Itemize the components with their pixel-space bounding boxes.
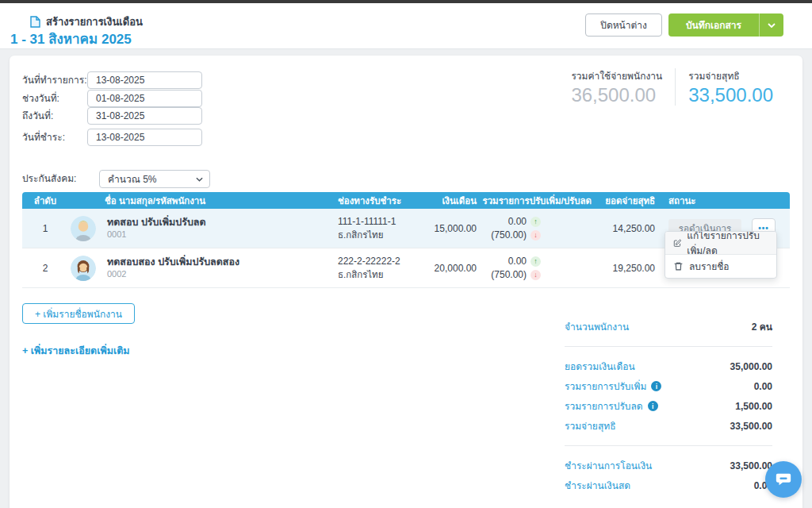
document-icon: [30, 16, 40, 28]
close-window-button[interactable]: ปิดหน้าต่าง: [585, 13, 662, 37]
employee-name-block: ทดสอบสอง ปรับเพิ่มปรับลดสอง 0002: [107, 256, 239, 280]
employee-cell: ทดสอบ ปรับเพิ่มปรับลด 0001: [68, 216, 338, 241]
summary-row-deductions: รวมรายการปรับลดi 1,500.00: [565, 396, 772, 416]
save-options-toggle[interactable]: [759, 13, 783, 37]
info-icon[interactable]: i: [651, 381, 661, 391]
add-details-link[interactable]: + เพิ่มรายละเอียดเพิ่มเติม: [22, 343, 130, 359]
adjustments-cell: 0.00↑ (750.00)↓: [477, 255, 592, 282]
salary-value: 15,000.00: [429, 223, 477, 234]
add-employee-button[interactable]: + เพิ่มรายชื่อพนักงาน: [22, 303, 135, 324]
decrease-value: (750.00): [491, 268, 527, 282]
total-expense-value: 36,500.00: [571, 85, 662, 106]
chevron-down-icon: [196, 177, 203, 182]
col-header-adjustments: รวมรายการปรับเพิ่ม/ปรับลด: [477, 194, 592, 208]
save-document-split-button[interactable]: บันทึกเอกสาร: [668, 13, 783, 37]
col-header-name: ชื่อ นามสกุล/รหัสพนักงาน: [68, 194, 338, 208]
arrow-up-icon: ↑: [530, 256, 541, 267]
edit-icon: [673, 238, 681, 248]
deductions-value: 1,500.00: [735, 401, 772, 412]
menu-item-label: ลบรายชื่อ: [689, 259, 730, 274]
payment-channel-cell: 222-2-22222-2 ธ.กสิกรไทย: [338, 255, 429, 281]
col-header-no: ลำดับ: [22, 194, 68, 208]
adjustments-cell: 0.00↑ (750.00)↓: [477, 215, 592, 242]
payment-channel-cell: 111-1-11111-1 ธ.กสิกรไทย: [338, 215, 429, 241]
social-security-value: คำนวณ 5%: [108, 171, 196, 187]
net-total-value: 33,500.00: [730, 421, 772, 432]
col-header-status: สถานะ: [655, 194, 790, 208]
row-actions-menu: แก้ไขรายการปรับเพิ่ม/ลด ลบรายชื่อ: [665, 231, 777, 279]
total-net-value: 33,500.00: [688, 85, 773, 106]
employee-name-block: ทดสอบ ปรับเพิ่มปรับลด 0001: [107, 216, 206, 241]
employee-code: 0001: [107, 229, 206, 241]
total-net-label: รวมจ่ายสุทธิ: [688, 68, 773, 83]
payment-date-label: วันที่ชำระ:: [22, 129, 65, 146]
salary-total-label: ยอดรวมเงินเดือน: [565, 359, 635, 374]
additions-label: รวมรายการปรับเพิ่มi: [565, 379, 661, 394]
summary-panel: จำนวนพนักงาน 2 คน ยอดรวมเงินเดือน 35,000…: [565, 316, 772, 495]
chevron-down-icon: [768, 23, 776, 28]
menu-item-label: แก้ไขรายการปรับเพิ่ม/ลด: [687, 231, 768, 258]
summary-row-net-total: รวมจ่ายสุทธิ 33,500.00: [565, 416, 772, 436]
chat-support-button[interactable]: [765, 461, 802, 498]
period-end-label: ถึงวันที่:: [22, 107, 53, 125]
col-header-salary: เงินเดือน: [429, 194, 477, 208]
employee-name: ทดสอบ ปรับเพิ่มปรับลด: [107, 216, 206, 229]
account-number: 222-2-22222-2: [338, 255, 429, 268]
header-bar: สร้างรายการเงินเดือน 1 - 31 สิงหาคม 2025…: [0, 3, 812, 49]
increase-value: 0.00: [508, 255, 527, 268]
increase-value: 0.00: [508, 215, 527, 229]
employee-count-row: จำนวนพนักงาน 2 คน: [565, 316, 772, 337]
col-header-channel: ช่องทางรับชำระ: [338, 194, 429, 208]
table-header-row: ลำดับ ชื่อ นามสกุล/รหัสพนักงาน ช่องทางรั…: [22, 192, 790, 209]
period-end-input[interactable]: [87, 107, 202, 125]
row-number: 2: [22, 263, 68, 274]
totals-header: รวมค่าใช้จ่ายพนักงาน 36,500.00 รวมจ่ายสุ…: [571, 68, 773, 106]
social-security-select[interactable]: คำนวณ 5%: [99, 170, 210, 188]
save-document-button[interactable]: บันทึกเอกสาร: [668, 13, 759, 37]
employee-cell: ทดสอบสอง ปรับเพิ่มปรับลดสอง 0002: [68, 256, 338, 281]
social-security-label: ประกันสังคม:: [22, 170, 76, 188]
col-header-net: ยอดจ่ายสุทธิ: [592, 194, 655, 208]
menu-item-edit-adjustments[interactable]: แก้ไขรายการปรับเพิ่ม/ลด: [665, 232, 776, 255]
employee-code: 0002: [107, 268, 239, 280]
bank-name: ธ.กสิกรไทย: [338, 268, 429, 281]
total-net-stat: รวมจ่ายสุทธิ 33,500.00: [688, 68, 773, 106]
transfer-payment-label: ชำระผ่านการโอนเงิน: [565, 458, 652, 473]
salary-total-value: 35,000.00: [730, 361, 772, 372]
decrease-value: (750.00): [491, 229, 527, 242]
payroll-card: วันที่ทำรายการ: ช่วงวันที่: ถึงวันที่: ว…: [10, 56, 802, 508]
arrow-up-icon: ↑: [530, 217, 541, 227]
employee-count-value: 2 คน: [752, 319, 772, 334]
employee-name: ทดสอบสอง ปรับเพิ่มปรับลดสอง: [107, 256, 239, 268]
female-avatar: [71, 256, 96, 281]
arrow-down-icon: ↓: [530, 270, 541, 280]
stats-divider: [675, 68, 676, 106]
period-start-input[interactable]: [87, 90, 202, 107]
payment-date-input[interactable]: [87, 129, 202, 146]
deductions-label: รวมรายการปรับลดi: [565, 398, 658, 414]
male-avatar: [71, 216, 96, 241]
transfer-payment-value: 33,500.00: [730, 460, 772, 471]
transaction-date-input[interactable]: [87, 71, 202, 89]
summary-divider: [565, 445, 772, 446]
additions-value: 0.00: [754, 381, 772, 392]
info-icon[interactable]: i: [648, 401, 658, 411]
employee-count-label: จำนวนพนักงาน: [565, 319, 629, 334]
salary-value: 20,000.00: [429, 263, 477, 274]
trash-icon: [673, 261, 684, 271]
header-actions: ปิดหน้าต่าง บันทึกเอกสาร: [585, 13, 783, 37]
summary-row-cash: ชำระผ่านเงินสด 0.00: [565, 475, 772, 495]
chat-bubble-icon: [775, 471, 792, 488]
total-expense-label: รวมค่าใช้จ่ายพนักงาน: [571, 68, 662, 83]
summary-row-salary-total: ยอดรวมเงินเดือน 35,000.00: [565, 356, 772, 376]
summary-row-transfer: ชำระผ่านการโอนเงิน 33,500.00: [565, 456, 772, 475]
summary-row-additions: รวมรายการปรับเพิ่มi 0.00: [565, 376, 772, 396]
transaction-date-label: วันที่ทำรายการ:: [22, 71, 87, 89]
menu-item-delete-employee[interactable]: ลบรายชื่อ: [665, 255, 776, 278]
cash-payment-label: ชำระผ่านเงินสด: [565, 478, 630, 493]
arrow-down-icon: ↓: [530, 230, 541, 241]
net-pay-value: 19,250.00: [592, 263, 655, 274]
deductions-label-text: รวมรายการปรับลด: [565, 398, 643, 414]
additions-label-text: รวมรายการปรับเพิ่ม: [565, 379, 646, 394]
period-start-label: ช่วงวันที่:: [22, 90, 59, 107]
